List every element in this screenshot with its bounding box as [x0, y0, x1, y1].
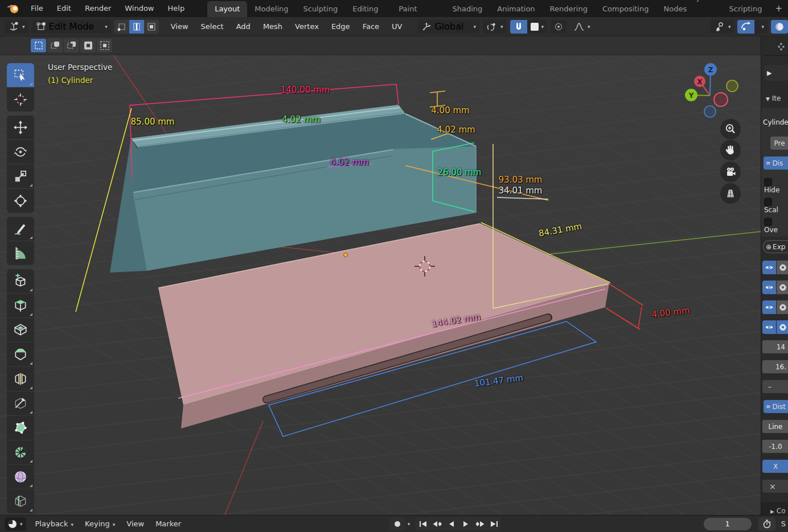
menu-window[interactable]: Window: [118, 0, 161, 17]
value-field-3[interactable]: –: [762, 380, 788, 393]
tool-annotate[interactable]: [7, 217, 34, 241]
value-field-4[interactable]: -1.0: [762, 440, 788, 453]
camera-view-button[interactable]: [720, 162, 741, 182]
viewport-menu-view[interactable]: View: [165, 17, 195, 36]
snap-with-selector[interactable]: ▾: [527, 20, 548, 34]
auto-keying-toggle[interactable]: [389, 517, 405, 531]
panel-section-header[interactable]: ▼ Ite: [766, 94, 781, 102]
snap-toggle[interactable]: [510, 20, 527, 34]
show-overlays-toggle[interactable]: [737, 20, 754, 34]
workspace-tab-sculpting[interactable]: Sculpting: [296, 1, 345, 17]
value-field-2[interactable]: 16.: [762, 360, 788, 373]
axis-x-button[interactable]: X: [762, 460, 788, 473]
show-gizmos-selector[interactable]: ▾: [711, 20, 734, 34]
tool-move[interactable]: [7, 116, 34, 139]
menu-edit[interactable]: Edit: [50, 0, 78, 17]
checkbox-scale[interactable]: Scal: [764, 198, 788, 214]
tool-rotate[interactable]: [7, 140, 34, 164]
select-option-intersect[interactable]: [97, 39, 112, 52]
tool-select-box[interactable]: [7, 63, 34, 87]
viewport-menu-mesh[interactable]: Mesh: [257, 17, 289, 36]
checkbox-icon[interactable]: [764, 198, 772, 206]
viewport-menu-vertex[interactable]: Vertex: [289, 17, 325, 36]
jump-to-start-button[interactable]: [416, 517, 430, 531]
modifier-visibility-toggle[interactable]: [762, 261, 776, 274]
proportional-editing-toggle[interactable]: [551, 20, 567, 34]
editor-type-selector[interactable]: ▾: [5, 20, 28, 34]
display-toggle-2[interactable]: ≡Dist: [764, 400, 788, 413]
viewport-shading-solid[interactable]: [771, 20, 788, 34]
mode-selector[interactable]: Edit Mode ▾: [32, 20, 111, 34]
timeline-menu-keying[interactable]: Keying▾: [79, 519, 121, 528]
transform-orientation-selector[interactable]: Global ▾: [417, 20, 479, 34]
viewport-3d[interactable]: Z X Y User Perspective (1) Cylinder 140.…: [0, 55, 761, 515]
line-field[interactable]: Line: [762, 420, 788, 433]
tool-loop-cut[interactable]: [7, 367, 34, 391]
play-button[interactable]: [458, 517, 473, 531]
workspace-tab-scripting[interactable]: Scripting: [722, 1, 770, 17]
modifier-visibility-toggle[interactable]: [762, 300, 776, 314]
timeline-menu-playback[interactable]: Playback▾: [30, 519, 80, 528]
select-option-subtract[interactable]: [64, 39, 79, 52]
select-mode-edge[interactable]: [129, 20, 144, 34]
tool-smooth[interactable]: [7, 465, 34, 489]
select-mode-vertex[interactable]: [114, 20, 129, 34]
remove-button[interactable]: ×: [762, 480, 788, 493]
modifier-visibility-toggle[interactable]: [762, 281, 776, 294]
checkbox-icon[interactable]: [764, 178, 772, 186]
gizmo-minus-x[interactable]: [714, 93, 728, 106]
checkbox-hide[interactable]: Hide: [764, 178, 788, 194]
menu-file[interactable]: File: [24, 0, 50, 17]
menu-help[interactable]: Help: [161, 0, 192, 17]
viewport-menu-face[interactable]: Face: [356, 17, 385, 36]
expand-button[interactable]: ⊕Exp: [763, 240, 788, 253]
use-preview-range-button[interactable]: [758, 517, 775, 531]
workspace-tab-rendering[interactable]: Rendering: [543, 1, 595, 17]
menu-render[interactable]: Render: [78, 0, 118, 17]
next-keyframe-button[interactable]: [473, 517, 487, 531]
display-toggle[interactable]: ≡Dis: [764, 156, 788, 170]
workspace-tab-compositing[interactable]: Compositing: [595, 1, 656, 17]
modifier-settings-button[interactable]: [777, 320, 788, 334]
workspace-tab-geometry-nodes[interactable]: Geometry Nodes: [656, 0, 721, 17]
expand-row-button[interactable]: ▶: [765, 65, 788, 81]
timeline-menu-view[interactable]: View: [121, 519, 150, 528]
proportional-falloff-selector[interactable]: ▾: [570, 20, 594, 34]
select-option-set[interactable]: [31, 39, 46, 52]
workspace-tab-uv-editing[interactable]: UV Editing: [345, 0, 391, 17]
modifier-settings-button[interactable]: [777, 281, 788, 294]
modifier-settings-button[interactable]: [777, 300, 788, 314]
jump-to-end-button[interactable]: [487, 517, 501, 531]
tool-extrude-region[interactable]: [7, 294, 34, 317]
snap-target-selector[interactable]: ▾: [483, 20, 507, 34]
preset-button[interactable]: Pre: [770, 137, 788, 150]
add-workspace-button[interactable]: +: [769, 2, 788, 15]
workspace-tab-animation[interactable]: Animation: [490, 1, 542, 17]
toggle-projection-button[interactable]: [720, 183, 741, 204]
modifier-settings-button[interactable]: [777, 261, 788, 274]
gizmo-minus-z[interactable]: [704, 106, 716, 117]
viewport-menu-edge[interactable]: Edge: [325, 17, 356, 36]
workspace-tab-modeling[interactable]: Modeling: [247, 1, 296, 17]
previous-keyframe-button[interactable]: [430, 517, 444, 531]
value-field-1[interactable]: 14: [762, 340, 788, 353]
tool-bevel[interactable]: [7, 343, 34, 366]
timeline-editor-selector[interactable]: ▾: [5, 517, 26, 531]
pan-button[interactable]: [720, 140, 741, 160]
play-reverse-button[interactable]: [444, 517, 458, 531]
tool-transform[interactable]: [7, 189, 34, 213]
modifier-visibility-toggle[interactable]: [762, 320, 776, 334]
tool-knife[interactable]: [7, 391, 34, 415]
viewport-menu-add[interactable]: Add: [230, 17, 257, 36]
select-option-invert[interactable]: [80, 39, 96, 52]
workspace-tab-shading[interactable]: Shading: [445, 1, 490, 17]
tool-measure[interactable]: [7, 241, 34, 265]
tool-poly-build[interactable]: [7, 416, 34, 440]
timeline-menu-marker[interactable]: Marker: [150, 519, 187, 528]
collapsed-section-header[interactable]: ▶ Co: [770, 507, 785, 515]
checkbox-overlay[interactable]: Ove: [764, 218, 788, 234]
overlays-dropdown[interactable]: ▾: [755, 20, 768, 34]
current-frame-field[interactable]: 1: [704, 518, 752, 530]
workspace-tab-texture-paint[interactable]: Texture Paint: [391, 0, 445, 17]
tool-cursor[interactable]: [7, 88, 34, 112]
